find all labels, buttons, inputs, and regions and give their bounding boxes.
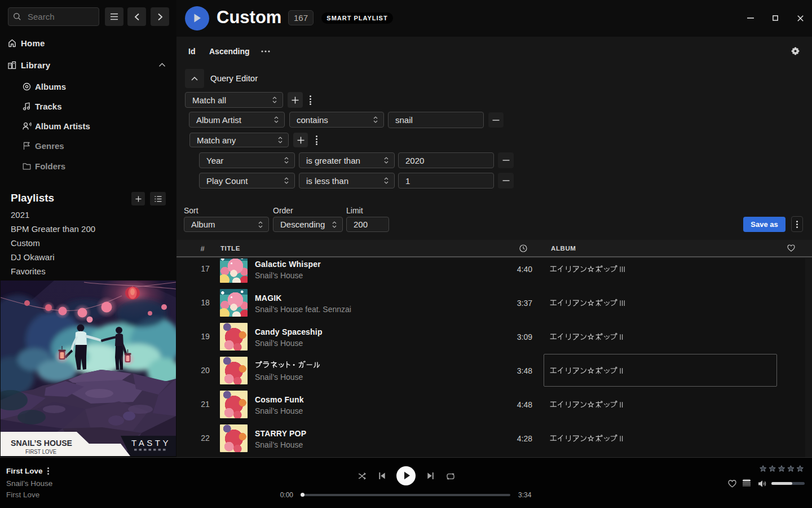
svg-text:SNAIL’S HOUSE: SNAIL’S HOUSE <box>11 438 72 448</box>
svg-text:FIRST LOVE: FIRST LOVE <box>25 449 56 455</box>
svg-text:TASTY: TASTY <box>131 438 171 448</box>
